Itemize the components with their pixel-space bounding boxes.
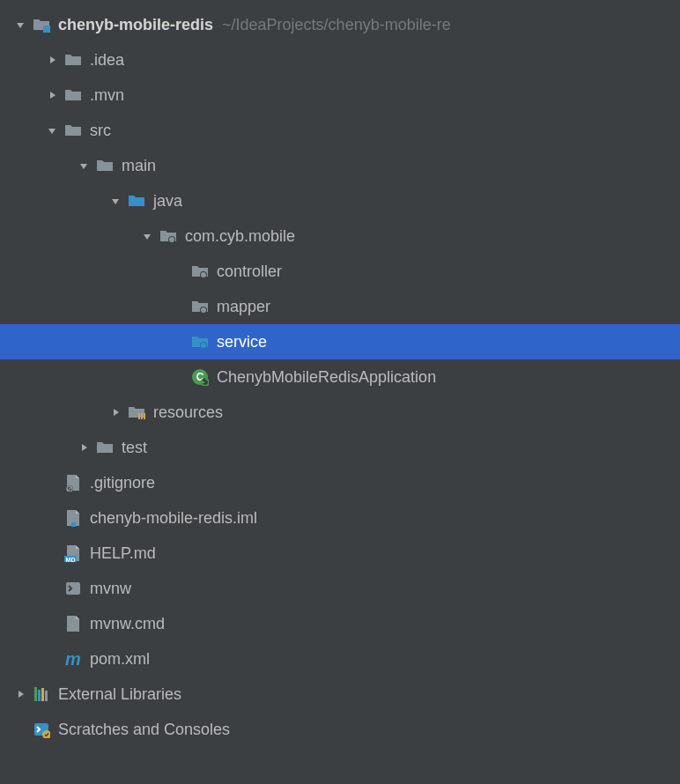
tree-row-idea[interactable]: .idea	[0, 42, 680, 78]
tree-row-scratches[interactable]: Scratches and Consoles	[0, 712, 680, 747]
scratches-icon	[32, 720, 51, 739]
scratches-label: Scratches and Consoles	[58, 721, 230, 739]
chevron-right-icon[interactable]	[44, 87, 60, 103]
tree-row-mvnw[interactable]: mvnw	[0, 571, 680, 606]
project-root-path: ~/IdeaProjects/chenyb-mobile-re	[222, 16, 451, 34]
package-icon	[190, 297, 210, 316]
folder-icon	[95, 438, 115, 457]
folder-icon	[63, 85, 83, 105]
chevron-down-icon[interactable]	[76, 158, 92, 174]
package-icon	[190, 332, 210, 351]
markdown-file-icon	[63, 544, 83, 563]
folder-label: .idea	[90, 51, 124, 70]
package-label: service	[217, 333, 267, 351]
file-label: mvnw	[90, 580, 131, 598]
tree-row-project-root[interactable]: chenyb-mobile-redis ~/IdeaProjects/cheny…	[0, 7, 680, 42]
tree-row-service[interactable]: service	[0, 324, 680, 359]
chevron-right-icon[interactable]	[44, 52, 60, 68]
tree-row-mapper[interactable]: mapper	[0, 289, 680, 324]
source-folder-icon	[127, 191, 146, 211]
file-icon	[63, 614, 83, 633]
tree-row-pom[interactable]: pom.xml	[0, 641, 680, 677]
chevron-down-icon[interactable]	[139, 228, 155, 244]
folder-label: resources	[153, 403, 223, 422]
chevron-right-icon[interactable]	[107, 404, 123, 420]
package-icon	[159, 226, 178, 246]
class-label: ChenybMobileRedisApplication	[217, 368, 436, 387]
tree-row-gitignore[interactable]: .gitignore	[0, 465, 680, 500]
tree-row-helpmd[interactable]: HELP.md	[0, 536, 680, 571]
tree-row-iml[interactable]: chenyb-mobile-redis.iml	[0, 500, 680, 536]
maven-file-icon	[63, 649, 83, 669]
chevron-down-icon[interactable]	[12, 17, 28, 33]
library-icon	[32, 684, 51, 704]
module-folder-icon	[32, 15, 51, 34]
folder-icon	[95, 156, 115, 175]
file-label: pom.xml	[90, 650, 150, 669]
tree-row-main[interactable]: main	[0, 148, 680, 183]
shell-file-icon	[63, 579, 83, 598]
tree-row-mvnwcmd[interactable]: mvnw.cmd	[0, 606, 680, 641]
iml-file-icon	[63, 508, 83, 528]
tree-row-mvn[interactable]: .mvn	[0, 78, 680, 113]
package-label: com.cyb.mobile	[185, 227, 295, 246]
external-libraries-label: External Libraries	[58, 685, 181, 704]
resources-folder-icon	[127, 403, 146, 422]
folder-label: .mvn	[90, 86, 124, 105]
project-root-label: chenyb-mobile-redis	[58, 16, 213, 34]
folder-icon	[63, 50, 83, 70]
chevron-right-icon[interactable]	[76, 440, 92, 455]
chevron-down-icon[interactable]	[44, 122, 60, 138]
folder-icon	[63, 121, 83, 140]
folder-label: main	[122, 157, 156, 175]
tree-row-resources[interactable]: resources	[0, 395, 680, 430]
chevron-right-icon[interactable]	[12, 686, 28, 702]
file-label: HELP.md	[90, 544, 156, 563]
tree-row-app-class[interactable]: ChenybMobileRedisApplication	[0, 359, 680, 395]
tree-row-test[interactable]: test	[0, 430, 680, 465]
package-label: mapper	[217, 298, 270, 316]
gitignore-file-icon	[63, 473, 83, 492]
chevron-down-icon[interactable]	[107, 193, 123, 209]
tree-row-package-root[interactable]: com.cyb.mobile	[0, 218, 680, 254]
tree-row-controller[interactable]: controller	[0, 254, 680, 289]
file-label: mvnw.cmd	[90, 615, 165, 633]
tree-row-java[interactable]: java	[0, 183, 680, 218]
project-tree: chenyb-mobile-redis ~/IdeaProjects/cheny…	[0, 0, 680, 747]
spring-class-icon	[190, 367, 210, 387]
folder-label: java	[153, 192, 182, 211]
package-label: controller	[217, 263, 282, 281]
file-label: chenyb-mobile-redis.iml	[90, 509, 257, 528]
package-icon	[190, 262, 210, 281]
tree-row-external-libraries[interactable]: External Libraries	[0, 677, 680, 712]
folder-label: src	[90, 122, 111, 140]
file-label: .gitignore	[90, 474, 155, 492]
tree-row-src[interactable]: src	[0, 113, 680, 148]
folder-label: test	[122, 439, 147, 457]
